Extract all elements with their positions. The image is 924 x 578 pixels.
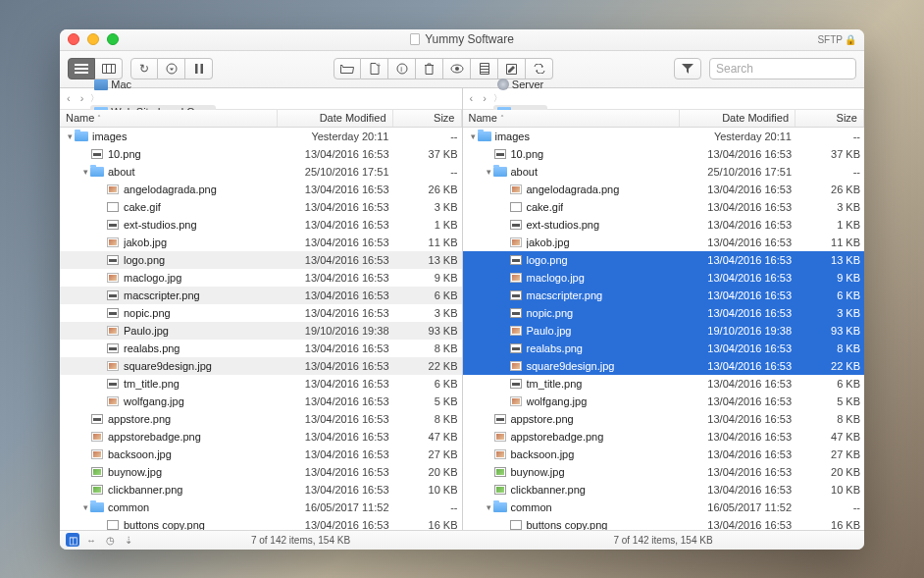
remote-column-header[interactable]: Name˄ Date Modified Size [463,110,865,128]
file-row[interactable]: angelodagrada.png13/04/2016 16:5326 KB [463,181,865,198]
file-row[interactable]: square9design.jpg13/04/2016 16:5322 KB [60,357,462,375]
file-row[interactable]: realabs.png13/04/2016 16:538 KB [463,340,865,357]
forward-button[interactable]: › [77,92,87,104]
open-folder-button[interactable] [334,58,361,79]
file-row[interactable]: tm_title.png13/04/2016 16:536 KB [60,375,462,393]
disclosure-triangle-icon[interactable]: ▾ [81,502,90,512]
disclosure-triangle-icon[interactable]: ▾ [66,131,75,141]
file-row[interactable]: logo.png13/04/2016 16:5313 KB [463,251,865,269]
quicklook-button[interactable] [443,58,471,79]
file-row[interactable]: buttons copy.png13/04/2016 16:5316 KB [463,516,865,530]
column-view-button[interactable] [95,58,123,79]
file-name: logo.png [527,254,568,266]
file-row[interactable]: backsoon.jpg13/04/2016 16:5327 KB [60,446,462,463]
file-date: 13/04/2016 16:53 [280,184,395,195]
file-row[interactable]: ext-studios.png13/04/2016 16:531 KB [60,216,462,234]
file-row[interactable]: square9design.jpg13/04/2016 16:5322 KB [463,357,865,375]
local-pathbar[interactable]: ‹ › Mac〉Web Site Local Copy [60,88,462,110]
file-row[interactable]: maclogo.jpg13/04/2016 16:539 KB [60,269,462,287]
file-row[interactable]: ▾about25/10/2016 17:51-- [60,163,462,181]
disclosure-triangle-icon[interactable]: ▾ [485,167,493,177]
file-row[interactable]: Paulo.jpg19/10/2016 19:3893 KB [463,322,865,340]
local-column-header[interactable]: Name˄ Date Modified Size [60,110,462,128]
file-row[interactable]: ▾about25/10/2016 17:51-- [463,163,865,181]
file-row[interactable]: jakob.jpg13/04/2016 16:5311 KB [463,234,865,251]
file-row[interactable]: cake.gif13/04/2016 16:533 KB [463,198,865,216]
file-row[interactable]: 10.png13/04/2016 16:5337 KB [60,145,462,163]
file-row[interactable]: macscripter.png13/04/2016 16:536 KB [60,287,462,304]
file-row[interactable]: wolfgang.jpg13/04/2016 16:535 KB [463,393,865,410]
column-name[interactable]: Name˄ [463,110,681,127]
file-row[interactable]: nopic.png13/04/2016 16:533 KB [60,304,462,322]
file-row[interactable]: logo.png13/04/2016 16:5313 KB [60,251,462,269]
file-row[interactable]: ▾common16/05/2017 11:52-- [463,499,865,516]
back-button[interactable]: ‹ [467,92,477,104]
pause-button[interactable] [185,58,213,79]
info-button[interactable]: i [388,58,416,79]
disclosure-triangle-icon[interactable]: ▾ [485,502,493,512]
folder-icon [493,167,507,177]
download-button[interactable] [158,58,185,79]
disclosure-triangle-icon[interactable]: ▾ [469,131,478,141]
file-row[interactable]: maclogo.jpg13/04/2016 16:539 KB [463,269,865,287]
file-row[interactable]: appstorebadge.png13/04/2016 16:5347 KB [60,428,462,446]
file-row[interactable]: ▾common16/05/2017 11:52-- [60,499,462,516]
file-row[interactable]: ▾imagesYesterday 20:11-- [463,128,865,145]
transfers-toggle[interactable]: ⇣ [122,533,135,547]
view-mode-group [68,58,123,79]
file-row[interactable]: realabs.png13/04/2016 16:538 KB [60,340,462,357]
file-row[interactable]: Paulo.jpg19/10/2016 19:3893 KB [60,322,462,340]
new-file-button[interactable]: + [361,58,388,79]
image-icon [510,361,522,371]
file-row[interactable]: nopic.png13/04/2016 16:533 KB [463,304,865,322]
sync-button[interactable] [526,58,553,79]
column-size[interactable]: Size [796,110,864,127]
column-name[interactable]: Name˄ [60,110,278,127]
file-row[interactable]: ▾imagesYesterday 20:11-- [60,128,462,145]
file-date: 13/04/2016 16:53 [682,466,797,478]
search-input[interactable] [709,58,856,79]
file-row[interactable]: cake.gif13/04/2016 16:533 KB [60,198,462,216]
file-row[interactable]: buynow.jpg13/04/2016 16:5320 KB [60,463,462,481]
back-button[interactable]: ‹ [64,92,74,104]
file-row[interactable]: appstore.png13/04/2016 16:538 KB [60,410,462,428]
filter-button[interactable] [674,58,701,79]
refresh-button[interactable]: ↻ [130,58,158,79]
list-view-button[interactable] [68,58,95,79]
file-row[interactable]: clickbanner.png13/04/2016 16:5310 KB [60,481,462,499]
disclosure-triangle-icon[interactable]: ▾ [81,167,90,177]
file-row[interactable]: jakob.jpg13/04/2016 16:5311 KB [60,234,462,251]
file-date: 19/10/2016 19:38 [280,325,395,337]
delete-button[interactable] [416,58,443,79]
edit-button[interactable] [498,58,526,79]
single-pane-toggle[interactable]: ↔ [84,533,98,547]
activity-toggle[interactable]: ◷ [103,533,117,547]
forward-button[interactable]: › [480,92,489,104]
titlebar[interactable]: Yummy Software SFTP 🔒 [60,29,864,51]
remote-file-list[interactable]: ▾imagesYesterday 20:11--10.png13/04/2016… [463,128,865,530]
file-row[interactable]: angelodagrada.png13/04/2016 16:5326 KB [60,181,462,198]
png-icon [107,290,119,300]
file-row[interactable]: clickbanner.png13/04/2016 16:5310 KB [463,481,865,499]
file-row[interactable]: appstore.png13/04/2016 16:538 KB [463,410,865,428]
file-row[interactable]: buttons copy.png13/04/2016 16:5316 KB [60,516,462,530]
file-row[interactable]: buynow.jpg13/04/2016 16:5320 KB [463,463,865,481]
column-size[interactable]: Size [393,110,462,127]
file-row[interactable]: macscripter.png13/04/2016 16:536 KB [463,287,865,304]
column-date[interactable]: Date Modified [278,110,393,127]
file-size: 1 KB [797,219,860,231]
remote-pathbar[interactable]: ‹ › Server〉www [463,88,865,110]
breadcrumb-item[interactable]: Server [493,78,547,91]
file-size: 6 KB [395,289,458,301]
permissions-button[interactable] [471,58,498,79]
local-file-list[interactable]: ▾imagesYesterday 20:11--10.png13/04/2016… [60,128,462,530]
file-row[interactable]: appstorebadge.png13/04/2016 16:5347 KB [463,428,865,446]
column-date[interactable]: Date Modified [680,110,796,127]
file-row[interactable]: tm_title.png13/04/2016 16:536 KB [463,375,865,393]
file-row[interactable]: wolfgang.jpg13/04/2016 16:535 KB [60,393,462,410]
file-row[interactable]: 10.png13/04/2016 16:5337 KB [463,145,865,163]
file-row[interactable]: ext-studios.png13/04/2016 16:531 KB [463,216,865,234]
file-row[interactable]: backsoon.jpg13/04/2016 16:5327 KB [463,446,865,463]
breadcrumb-item[interactable]: Mac [90,78,216,91]
dual-pane-toggle[interactable]: ◫ [66,533,79,547]
